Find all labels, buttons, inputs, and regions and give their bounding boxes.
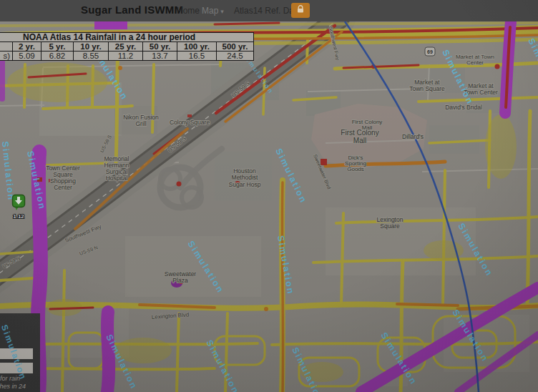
table-row: s) 5.09 6.82 8.55 11.2 13.7 16.5 24.5: [0, 52, 254, 61]
place-label: Methodist: [232, 174, 258, 181]
app-header: Sugar Land ISWMM Home Map▾ Atlas14 Ref. …: [0, 0, 538, 21]
lock-button[interactable]: [291, 3, 310, 18]
col-header-50yr: 50 yr.: [143, 42, 177, 52]
value-100yr: 16.5: [177, 52, 217, 61]
col-header-5yr: 5 yr.: [41, 42, 74, 52]
place-label: Dillard's: [402, 133, 424, 140]
app-window: US-59 S US-59 S US-59 S Southwest Fwy US…: [0, 0, 538, 392]
panel-caption-line2: ches in 24: [0, 383, 26, 390]
col-header-500yr: 500 yr.: [217, 42, 254, 52]
value-5yr: 6.82: [41, 52, 74, 61]
chevron-down-icon: ▾: [220, 8, 224, 15]
nav-map-label: Map: [202, 6, 218, 16]
row-label-inches: s): [0, 52, 13, 61]
highway-shield: 69: [425, 47, 435, 56]
place-label: Goods: [347, 166, 364, 172]
nav-home[interactable]: Home: [177, 6, 200, 16]
place-label: David's Bridal: [445, 104, 482, 111]
place-label: Colony Square: [170, 119, 210, 126]
shield-number: 69: [427, 49, 433, 54]
place-label: Mall: [353, 137, 366, 144]
place-label: Sugar Hosp: [229, 181, 261, 188]
place-label: Hospital: [106, 175, 128, 182]
place-label: First Colony: [341, 129, 378, 137]
panel-button[interactable]: [0, 363, 33, 373]
rainfall-table: NOAA Atlas 14 Rainfall in a 24 hour peri…: [0, 32, 254, 61]
col-header-100yr: 100 yr.: [177, 42, 217, 52]
col-header-2yr: 2 yr.: [13, 42, 41, 52]
value-2yr: 5.09: [13, 52, 41, 61]
place-label: Square: [380, 222, 400, 230]
col-header-10yr: 10 yr.: [74, 42, 109, 52]
table-corner-cell: [0, 42, 13, 52]
gauge-value-label: 1.12: [13, 213, 24, 220]
value-25yr: 11.2: [109, 52, 143, 61]
panel-caption-line1: for rain: [0, 375, 20, 382]
table-title: NOAA Atlas 14 Rainfall in a 24 hour peri…: [0, 33, 254, 42]
panel-button[interactable]: [0, 348, 33, 359]
place-label: Center: [466, 59, 484, 66]
legend-panel: for rain ches in 24: [0, 313, 40, 392]
col-header-25yr: 25 yr.: [109, 42, 143, 52]
place-label: Town Square: [409, 85, 445, 92]
app-title: Sugar Land ISWMM: [81, 4, 183, 16]
value-500yr: 24.5: [217, 52, 254, 61]
lock-icon: [296, 5, 305, 16]
place-label: Grill: [135, 120, 146, 127]
value-50yr: 13.7: [143, 52, 177, 61]
rain-gauge-marker[interactable]: 1.12: [13, 195, 25, 220]
nav-map-dropdown[interactable]: Map▾: [202, 6, 224, 16]
place-label: Plaza: [172, 277, 188, 284]
place-label: Center: [54, 184, 72, 191]
map-canvas[interactable]: US-59 S US-59 S US-59 S Southwest Fwy US…: [0, 21, 538, 392]
value-10yr: 8.55: [74, 52, 109, 61]
